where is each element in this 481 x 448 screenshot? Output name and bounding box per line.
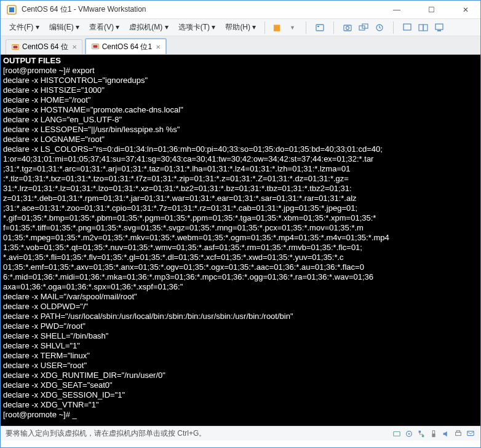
status-device-icons — [392, 429, 475, 439]
message-icon[interactable] — [466, 429, 475, 439]
terminal-line: declare -x TERM="linux" — [3, 351, 478, 361]
terminal-line: declare -x XDG_VTNR="1" — [3, 400, 478, 410]
terminal-line: f=01;35:*.tiff=01;35:*.png=01;35:*.svg=0… — [3, 223, 478, 233]
terminal-line: declare -x HISTCONTROL="ignoredups" — [3, 76, 478, 85]
terminal-line: *.gif=01;35:*.bmp=01;35:*.pbm=01;35:*.pg… — [3, 213, 478, 223]
svg-rect-22 — [422, 434, 424, 437]
terminal-line: [root@promote ~]# _ — [3, 410, 478, 420]
svg-rect-3 — [317, 26, 319, 27]
fullscreen-icon[interactable] — [401, 22, 413, 34]
vm-tab-icon — [11, 43, 20, 52]
menu-help[interactable]: 帮助(H) ▾ — [220, 20, 261, 35]
menu-tabs[interactable]: 选项卡(T) ▾ — [173, 20, 221, 35]
terminal-line: declare -x SHELL="/bin/bash" — [3, 331, 478, 341]
menu-vm[interactable]: 虚拟机(M) ▾ — [124, 20, 173, 35]
menu-file[interactable]: 文件(F) ▾ — [4, 20, 44, 35]
status-hint: 要将输入定向到该虚拟机，请在虚拟机内部单击或按 Ctrl+G。 — [6, 428, 206, 439]
tab-label: CentOS 64 位1 — [102, 42, 152, 52]
svg-rect-13 — [437, 30, 441, 31]
tab-centos-1[interactable]: CentOS 64 位1 ✕ — [85, 38, 167, 54]
toolbar-dropdown-icon[interactable]: ▼ — [286, 22, 298, 34]
unity-icon[interactable] — [417, 22, 429, 34]
pause-icon[interactable]: ▮▮ — [270, 22, 282, 34]
svg-rect-2 — [316, 25, 324, 31]
terminal-line: declare -x XDG_RUNTIME_DIR="/run/user/0" — [3, 371, 478, 380]
window-titlebar: CentOS 64 位1 - VMware Workstation — ☐ ✕ — [1, 1, 480, 19]
menu-view[interactable]: 查看(V) ▾ — [84, 20, 124, 35]
svg-rect-17 — [93, 45, 97, 47]
snapshot-icon[interactable] — [341, 22, 354, 34]
terminal-line: axa=01;36:*.oga=01;36:*.spx=01;36:*.xspf… — [3, 282, 478, 292]
terminal-line: declare -x LESSOPEN="||/usr/bin/lesspipe… — [3, 125, 478, 135]
terminal-line: declare -x LOGNAME="root" — [3, 135, 478, 144]
tab-close-icon[interactable]: ✕ — [72, 44, 77, 50]
svg-rect-18 — [394, 431, 400, 436]
terminal-line: 01;35:*.mpeg=01;35:*.m2v=01;35:*.mkv=01;… — [3, 233, 478, 243]
svg-rect-26 — [456, 430, 459, 432]
terminal-line: declare -x USER="root" — [3, 361, 478, 371]
svg-rect-15 — [14, 45, 18, 48]
terminal-line: declare -x XDG_SEAT="seat0" — [3, 380, 478, 390]
divider — [264, 22, 265, 34]
terminal-line: 6:*.mid=01;36:*.midi=01;36:*.mka=01;36:*… — [3, 272, 478, 282]
svg-point-5 — [346, 26, 349, 29]
tab-bar: CentOS 64 位 ✕ CentOS 64 位1 ✕ — [1, 36, 480, 55]
terminal-line: declare -x LANG="en_US.UTF-8" — [3, 115, 478, 125]
svg-rect-21 — [419, 430, 421, 433]
terminal-line: declare -x HOME="/root" — [3, 95, 478, 105]
network-icon[interactable] — [416, 429, 426, 439]
menu-edit[interactable]: 编辑(E) ▾ — [44, 20, 84, 35]
divider — [333, 22, 334, 34]
tab-close-icon[interactable]: ✕ — [156, 44, 161, 50]
svg-rect-4 — [344, 25, 351, 31]
usb-icon[interactable] — [429, 429, 439, 439]
divider — [393, 22, 394, 34]
menubar: 文件(F) ▾ 编辑(E) ▾ 查看(V) ▾ 虚拟机(M) ▾ 选项卡(T) … — [1, 19, 480, 36]
console-view-icon[interactable] — [433, 22, 445, 34]
terminal-line: declare -x PATH="/usr/local/sbin:/usr/lo… — [3, 312, 478, 321]
minimize-button[interactable]: — — [387, 2, 407, 17]
vm-tab-icon — [91, 42, 100, 51]
disk-icon[interactable] — [392, 429, 402, 439]
tab-label: CentOS 64 位 — [22, 42, 68, 52]
terminal-line: [root@promote ~]# export — [3, 66, 478, 76]
window-title: CentOS 64 位1 - VMware Workstation — [22, 4, 146, 15]
app-icon — [6, 4, 18, 16]
terminal-line: declare -x OLDPWD="/" — [3, 302, 478, 312]
terminal-line: z=01;31:*.deb=01;31:*.rpm=01;31:*.jar=01… — [3, 194, 478, 203]
printer-icon[interactable] — [453, 429, 463, 439]
tab-centos-0[interactable]: CentOS 64 位 ✕ — [6, 39, 82, 54]
terminal-line: declare -x HISTSIZE="1000" — [3, 85, 478, 95]
terminal-line: :*.tlz=01;31:*.txz=01;31:*.tzo=01;31:*.t… — [3, 174, 478, 184]
terminal-line: *.avi=01;35:*.fli=01;35:*.flv=01;35:*.gl… — [3, 253, 478, 262]
svg-rect-10 — [419, 25, 423, 31]
svg-rect-27 — [467, 431, 474, 435]
svg-rect-24 — [432, 434, 435, 437]
cd-icon[interactable] — [404, 429, 414, 439]
statusbar: 要将输入定向到该虚拟机，请在虚拟机内部单击或按 Ctrl+G。 — [1, 426, 480, 441]
divider — [306, 22, 306, 34]
terminal-line: 1:or=40;31;01:mi=01;05;37;41:su=37;41:sg… — [3, 154, 478, 164]
svg-rect-1 — [9, 7, 14, 12]
sound-icon[interactable] — [441, 429, 451, 439]
svg-rect-25 — [456, 432, 461, 435]
svg-rect-9 — [403, 24, 411, 30]
terminal-console[interactable]: OUTPUT FILES[root@promote ~]# exportdecl… — [1, 55, 480, 426]
send-ctrl-alt-del-icon[interactable] — [314, 22, 326, 34]
terminal-line: 31:*.lrz=01;31:*.lz=01;31:*.lzo=01;31:*.… — [3, 184, 478, 194]
terminal-line: declare -x HOSTNAME="promote.cache-dns.l… — [3, 105, 478, 115]
terminal-line: 1;35:*.vob=01;35:*.qt=01;35:*.nuv=01;35:… — [3, 243, 478, 253]
terminal-line: OUTPUT FILES — [3, 56, 478, 66]
snapshot-manage-icon[interactable] — [357, 22, 370, 34]
maximize-button[interactable]: ☐ — [421, 2, 441, 17]
terminal-line: 01;35:*.emf=01;35:*.axv=01;35:*.anx=01;3… — [3, 262, 478, 272]
terminal-line: declare -x MAIL="/var/spool/mail/root" — [3, 292, 478, 302]
toolbar: ▮▮ ▼ — [270, 22, 445, 34]
svg-point-20 — [408, 433, 410, 434]
terminal-line: declare -x XDG_SESSION_ID="1" — [3, 390, 478, 400]
terminal-line: declare -x SHLVL="1" — [3, 341, 478, 351]
terminal-line: declare -x LS_COLORS="rs=0:di=01;34:ln=0… — [3, 144, 478, 154]
svg-rect-11 — [423, 25, 427, 31]
snapshot-revert-icon[interactable] — [373, 22, 386, 34]
close-button[interactable]: ✕ — [456, 2, 475, 17]
